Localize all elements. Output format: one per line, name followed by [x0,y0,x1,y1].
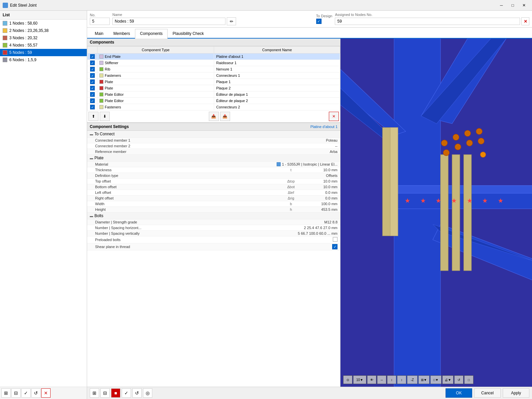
clear-assigned-button[interactable]: ✕ [521,17,529,25]
bottom-bar: ⊞ ⊟ ■ ✓ ↺ ◎ OK Cancel Apply [87,387,532,399]
titlebar: Edit Steel Joint ─ □ ✕ [0,0,532,11]
toolbar-btn-3[interactable]: ✓ [122,388,131,398]
sidebar-item-3[interactable]: 3 Nodes : 20,32 [0,34,87,42]
comp-color-5 [99,86,103,90]
comp-type-6: Plate Editor [105,92,124,96]
group-plate-header[interactable]: ▬ Plate [87,155,340,162]
comp-check-7[interactable]: ✓ [90,98,95,103]
toolbar-btn-4[interactable]: ↺ [132,388,142,398]
delete-comp-button[interactable]: ✕ [329,112,339,121]
preloaded-checkbox[interactable] [333,237,337,242]
ok-button[interactable]: OK [446,388,472,398]
view-btn-print[interactable]: 🖨▼ [442,375,454,384]
sidebar: List 1 Nodes : 58,60 2 Nodes : 23,26,35,… [0,11,87,399]
view-btn-layers[interactable]: ⊞▼ [418,375,430,384]
group-plate-label: Plate [94,156,103,160]
comp-type-4: Plate [105,80,113,84]
toolbar-btn-2[interactable]: ⊟ [100,388,110,398]
comp-type-0: End Plate [105,55,121,59]
row-diameter: Diameter | Strength grade M12 8.8 [87,219,340,225]
comp-check-3[interactable]: ✓ [90,73,95,78]
minimize-button[interactable]: ─ [496,2,507,9]
view-btn-z[interactable]: ↕ [397,375,406,384]
cancel-button[interactable]: Cancel [474,388,501,398]
tab-main[interactable]: Main [90,29,108,38]
row-spacing-h: Number | Spacing horizont... 2 25.4 47.6… [87,225,340,231]
view-btn-y[interactable]: ↕ [387,375,396,384]
sidebar-item-5[interactable]: 5 Nodes : 59 [0,49,87,56]
comp-type-3: Fasteners [105,73,121,77]
tab-components[interactable]: Components [135,29,168,39]
tab-plausibility[interactable]: Plausibility Check [168,29,209,38]
comp-name-6: Éditeur de plaque 1 [214,91,340,98]
sidebar-item-label-6: 6 Nodes : 1,5,9 [9,58,36,62]
svg-point-17 [465,130,471,137]
to-design-checkbox[interactable]: ✓ [316,19,322,24]
table-row[interactable]: ✓ Stiffener Raidisseur 1 [87,60,340,66]
sidebar-item-color-6 [3,58,7,62]
svg-rect-14 [464,155,471,271]
view-btn-display[interactable]: □▼ [430,375,442,384]
dialog-buttons: OK Cancel Apply [446,388,529,398]
sidebar-item-1[interactable]: 1 Nodes : 58,60 [0,20,87,27]
verify-button[interactable]: ✓ [21,388,31,398]
table-row[interactable]: ✓ Plate Editor Éditeur de plaque 1 [87,91,340,98]
group-bolts-header[interactable]: ▬ Bolts [87,212,340,219]
move-down-button[interactable]: ⬇ [100,112,110,121]
move-up-button[interactable]: ⬆ [88,112,98,121]
table-row[interactable]: ✓ Plate Plaque 2 [87,85,340,91]
comp-check-6[interactable]: ✓ [90,92,95,97]
close-button[interactable]: ✕ [519,2,529,9]
view-btn-negz[interactable]: -Z [407,375,418,384]
comp-color-8 [99,105,103,109]
import-button[interactable]: 📥 [209,112,219,121]
sidebar-item-color-3 [3,36,7,40]
name-input[interactable] [112,18,225,25]
comp-check-0[interactable]: ✓ [90,54,95,59]
reset-button[interactable]: ↺ [31,388,41,398]
components-toolbar: ⬆ ⬇ 📥 📤 ✕ [87,110,340,123]
sidebar-item-2[interactable]: 2 Nodes : 23,26,35,38 [0,27,87,34]
export-button[interactable]: 📤 [220,112,230,121]
tab-members[interactable]: Members [108,29,135,38]
edit-name-button[interactable]: ✏ [227,17,236,25]
comp-check-8[interactable]: ✓ [90,105,95,109]
comp-check-5[interactable]: ✓ [90,86,95,90]
maximize-button[interactable]: □ [507,2,518,9]
add-joint-button[interactable]: ⊞ [1,388,11,398]
view-btn-undo[interactable]: ↺ [454,375,464,384]
table-row[interactable]: ✓ Plate Editor Éditeur de plaque 2 [87,98,340,104]
group-to-connect-header[interactable]: ▬ To Connect [87,131,340,138]
collapse-plate-icon: ▬ [90,156,93,160]
table-row[interactable]: ✓ Fasteners Connecteurs 1 [87,72,340,79]
sidebar-item-4[interactable]: 4 Nodes : 55,57 [0,42,87,49]
table-row[interactable]: ✓ Rib Nervure 1 [87,66,340,72]
assigned-input[interactable] [335,18,520,25]
toolbar-btn-1[interactable]: ⊞ [90,388,99,398]
svg-marker-7 [390,186,532,193]
toolbar-btn-5[interactable]: ◎ [143,388,152,398]
to-design-label: To Design [316,14,332,18]
view-btn-expand[interactable]: □ [464,375,473,384]
comp-check-4[interactable]: ✓ [90,79,95,84]
view-btn-scale[interactable]: 10▼ [353,375,366,384]
table-row[interactable]: ✓ End Plate Platine d'about 1 [87,54,340,60]
settings-title: Component Settings [90,124,129,129]
view-btn-home[interactable]: ⊙ [343,375,352,384]
apply-button[interactable]: Apply [503,388,529,398]
shear-plane-checkbox[interactable]: ✓ [332,244,337,249]
table-row[interactable]: ✓ Fasteners Connecteurs 2 [87,104,340,110]
no-input[interactable] [90,18,110,25]
copy-joint-button[interactable]: ⊟ [11,388,21,398]
sidebar-item-6[interactable]: 6 Nodes : 1,5,9 [0,56,87,64]
row-shear-plane: Shear plane in thread ✓ [87,243,340,250]
toolbar-btn-red[interactable]: ■ [111,388,120,398]
comp-type-2: Rib [105,67,110,71]
comp-check-1[interactable]: ✓ [90,61,95,65]
view-btn-x[interactable]: ↔ [377,375,386,384]
view-btn-eye[interactable]: 👁 [367,375,376,384]
table-row[interactable]: ✓ Plate Plaque 1 [87,79,340,85]
delete-joint-button[interactable]: ✕ [41,388,51,398]
svg-point-21 [466,140,473,146]
comp-check-2[interactable]: ✓ [90,67,95,71]
